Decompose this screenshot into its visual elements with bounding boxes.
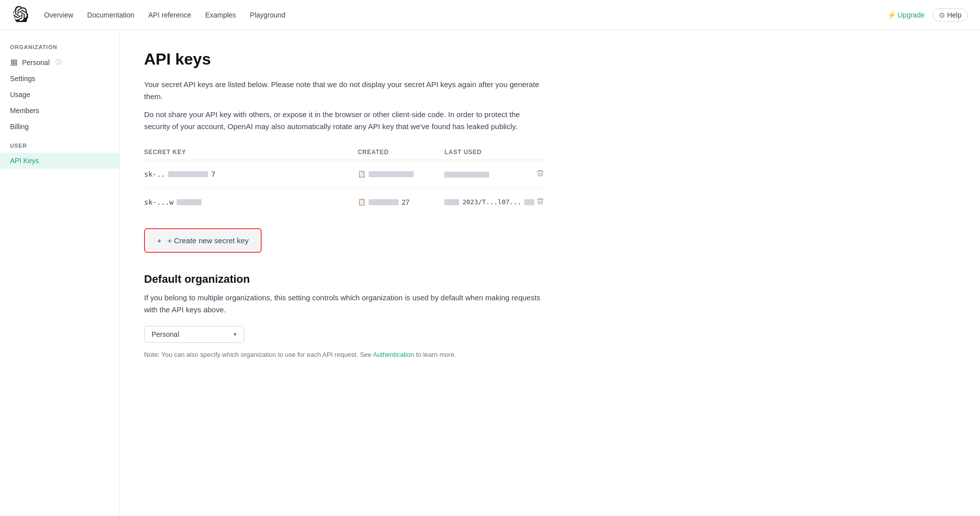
svg-rect-1 — [15, 60, 17, 62]
sidebar-api-keys-label: API Keys — [10, 157, 39, 165]
nav-links: Overview Documentation API reference Exa… — [44, 11, 887, 19]
col-header-secret: SECRET KEY — [144, 145, 358, 160]
delete-key-button[interactable] — [534, 195, 546, 209]
key-prefix: sk-.. — [144, 170, 165, 178]
description-1: Your secret API keys are listed below. P… — [144, 79, 544, 103]
sidebar-item-api-keys[interactable]: API Keys — [0, 153, 120, 169]
sidebar-item-members[interactable]: Members — [0, 103, 120, 119]
sidebar-item-personal[interactable]: Personal ⓘ — [0, 54, 120, 71]
created-suffix: 27 — [402, 198, 410, 206]
col-header-action — [534, 145, 546, 160]
upgrade-label: Upgrade — [898, 11, 925, 19]
nav-documentation[interactable]: Documentation — [87, 11, 134, 19]
nav-api-reference[interactable]: API reference — [149, 11, 192, 19]
key-cell: sk-.. 7 — [144, 160, 358, 188]
key-suffix: 7 — [211, 170, 215, 178]
lastused-text: 2023/T...l07... — [462, 198, 521, 206]
sidebar-settings-label: Settings — [10, 75, 36, 83]
svg-rect-3 — [12, 63, 14, 65]
key-cell: sk-...w — [144, 188, 358, 216]
lastused-redacted1 — [444, 199, 459, 205]
authentication-link[interactable]: Authentication — [373, 351, 414, 358]
key-redacted — [177, 199, 202, 205]
col-header-lastused: LAST USED — [444, 145, 534, 160]
key-redacted — [168, 171, 208, 177]
col-header-created: CREATED — [358, 145, 445, 160]
nav-examples[interactable]: Examples — [205, 11, 236, 19]
delete-key-button[interactable] — [534, 167, 546, 181]
help-button[interactable]: ⊙ Help — [932, 9, 968, 22]
create-key-label: + Create new secret key — [166, 236, 249, 245]
calendar-icon: 📋 — [358, 198, 366, 206]
lastused-cell: 2023/T...l07... — [444, 188, 534, 216]
page-layout: ORGANIZATION Personal ⓘ Settings Usage M… — [0, 30, 980, 516]
nav-playground[interactable]: Playground — [250, 11, 286, 19]
default-org-section: Default organization If you belong to mu… — [144, 273, 546, 358]
sidebar-item-billing[interactable]: Billing — [0, 119, 120, 135]
create-new-secret-key-button[interactable]: + + Create new secret key — [147, 231, 259, 250]
logo[interactable] — [12, 6, 28, 24]
nav-right: ⚡ Upgrade ⊙ Help — [887, 9, 968, 22]
main-content: API keys Your secret API keys are listed… — [120, 30, 570, 516]
action-cell — [534, 160, 546, 188]
sidebar-item-usage[interactable]: Usage — [0, 87, 120, 103]
note-suffix: to learn more. — [414, 351, 456, 358]
info-icon: ⓘ — [56, 58, 62, 67]
table-row: sk-.. 7 📋 — [144, 160, 546, 188]
action-cell — [534, 188, 546, 216]
upgrade-icon: ⚡ — [887, 11, 896, 19]
sidebar-billing-label: Billing — [10, 123, 29, 131]
create-key-button-wrapper: + + Create new secret key — [144, 228, 262, 253]
user-section-label: USER — [0, 143, 120, 153]
created-redacted — [369, 199, 399, 205]
created-cell: 📋 — [358, 160, 445, 188]
top-navigation: Overview Documentation API reference Exa… — [0, 0, 980, 30]
table-row: sk-...w 📋 27 202 — [144, 188, 546, 216]
sidebar-members-label: Members — [10, 107, 39, 115]
help-label: Help — [947, 11, 961, 19]
api-keys-table: SECRET KEY CREATED LAST USED sk-.. 7 — [144, 145, 546, 216]
org-section-label: ORGANIZATION — [0, 44, 120, 54]
building-icon — [10, 59, 18, 67]
default-org-title: Default organization — [144, 273, 546, 286]
upgrade-button[interactable]: ⚡ Upgrade — [887, 11, 925, 19]
default-org-desc: If you belong to multiple organizations,… — [144, 292, 544, 316]
created-redacted — [369, 171, 414, 177]
chevron-down-icon: ▾ — [234, 331, 237, 338]
sidebar: ORGANIZATION Personal ⓘ Settings Usage M… — [0, 30, 120, 516]
lastused-redacted — [444, 172, 489, 178]
calendar-icon: 📋 — [358, 170, 366, 178]
svg-rect-2 — [15, 63, 17, 65]
note-text: Note: You can also specify which organiz… — [144, 351, 546, 358]
note-prefix: Note: You can also specify which organiz… — [144, 351, 373, 358]
svg-rect-0 — [12, 60, 14, 62]
sidebar-item-settings[interactable]: Settings — [0, 71, 120, 87]
org-select-value: Personal — [152, 330, 179, 338]
lastused-cell — [444, 160, 534, 188]
description-2: Do not share your API key with others, o… — [144, 109, 544, 133]
nav-overview[interactable]: Overview — [44, 11, 73, 19]
created-cell: 📋 27 — [358, 188, 445, 216]
plus-icon: + — [157, 236, 162, 245]
org-select[interactable]: Personal ▾ — [144, 326, 244, 343]
lastused-redacted2 — [524, 199, 534, 205]
sidebar-personal-label: Personal — [22, 59, 50, 67]
sidebar-usage-label: Usage — [10, 91, 30, 99]
key-prefix: sk-...w — [144, 198, 174, 206]
page-title: API keys — [144, 50, 546, 69]
help-circle-icon: ⊙ — [939, 11, 945, 19]
